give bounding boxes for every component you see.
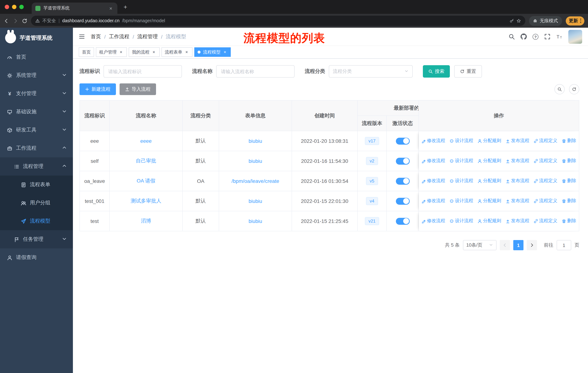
toggle-search-button[interactable] bbox=[555, 84, 565, 94]
page-size-select[interactable]: 10条/页 bbox=[463, 240, 496, 250]
action-edit-process[interactable]: 修改流程 bbox=[422, 138, 445, 144]
tag-tenant-management[interactable]: 租户管理 bbox=[96, 47, 127, 57]
next-page-button[interactable] bbox=[527, 240, 537, 250]
process-name-link[interactable]: 自己审批 bbox=[136, 158, 156, 163]
action-process-definition[interactable]: 流程定义 bbox=[534, 158, 557, 164]
process-name-link[interactable]: eeee bbox=[140, 138, 152, 144]
action-edit-process[interactable]: 修改流程 bbox=[422, 218, 445, 224]
process-category-select[interactable]: 流程分类 bbox=[329, 65, 413, 78]
form-info-link[interactable]: biubiu bbox=[249, 158, 262, 164]
action-assign-rule[interactable]: 分配规则 bbox=[478, 158, 501, 164]
tag-home[interactable]: 首页 bbox=[79, 47, 94, 57]
tag-my-process[interactable]: 我的流程 bbox=[129, 47, 160, 57]
process-name-link[interactable]: 测试多审批人 bbox=[131, 198, 161, 204]
action-publish-process[interactable]: 发布流程 bbox=[506, 138, 529, 144]
sidebar-item-task-management[interactable]: 任务管理 bbox=[0, 230, 73, 248]
sidebar-item-devtools[interactable]: 研发工具 bbox=[0, 121, 73, 139]
action-design-process[interactable]: 设计流程 bbox=[450, 158, 473, 164]
sidebar-item-system[interactable]: 系统管理 bbox=[0, 66, 73, 84]
tag-process-model[interactable]: 流程模型 bbox=[194, 47, 231, 57]
process-name-link[interactable]: OA 请假 bbox=[137, 178, 156, 184]
form-info-link[interactable]: biubiu bbox=[249, 138, 262, 144]
browser-menu-icon[interactable] bbox=[580, 19, 581, 23]
reload-button[interactable] bbox=[22, 18, 27, 23]
action-assign-rule[interactable]: 分配规则 bbox=[478, 218, 501, 224]
sidebar-item-infrastructure[interactable]: 基础设施 bbox=[0, 103, 73, 121]
action-publish-process[interactable]: 发布流程 bbox=[506, 198, 529, 204]
process-name-link[interactable]: 滔博 bbox=[141, 218, 151, 224]
action-delete[interactable]: 删除 bbox=[562, 158, 576, 164]
reset-button[interactable]: 重置 bbox=[454, 65, 482, 78]
sidebar-item-process-model[interactable]: 流程模型 bbox=[0, 212, 73, 230]
create-process-button[interactable]: 新建流程 bbox=[79, 83, 116, 95]
breadcrumb-workflow[interactable]: 工作流程 bbox=[109, 33, 129, 40]
sidebar-item-user-group[interactable]: 用户分组 bbox=[0, 194, 73, 212]
help-icon[interactable] bbox=[533, 34, 538, 40]
breadcrumb-process-management[interactable]: 流程管理 bbox=[137, 33, 158, 40]
tag-close-icon[interactable] bbox=[151, 50, 156, 55]
window-close-button[interactable] bbox=[5, 5, 9, 9]
tag-process-form[interactable]: 流程表单 bbox=[161, 47, 192, 57]
status-toggle[interactable] bbox=[396, 218, 410, 225]
sidebar-item-payment[interactable]: ¥ 支付管理 bbox=[0, 84, 73, 103]
action-process-definition[interactable]: 流程定义 bbox=[534, 218, 557, 224]
new-tab-button[interactable] bbox=[121, 3, 130, 12]
form-info-link[interactable]: /bpm/oa/leave/create bbox=[231, 178, 279, 184]
action-delete[interactable]: 删除 bbox=[562, 138, 576, 144]
action-delete[interactable]: 删除 bbox=[562, 198, 576, 204]
process-name-input[interactable] bbox=[216, 65, 294, 78]
action-design-process[interactable]: 设计流程 bbox=[450, 218, 473, 224]
action-delete[interactable]: 删除 bbox=[562, 178, 576, 184]
action-design-process[interactable]: 设计流程 bbox=[450, 198, 473, 204]
process-code-input[interactable] bbox=[104, 65, 182, 78]
page-number-1[interactable]: 1 bbox=[513, 240, 524, 250]
action-edit-process[interactable]: 修改流程 bbox=[422, 158, 445, 164]
status-toggle[interactable] bbox=[396, 178, 410, 184]
sidebar-item-process-form[interactable]: 流程表单 bbox=[0, 176, 73, 194]
font-size-icon[interactable]: TT bbox=[556, 33, 562, 40]
tag-close-icon[interactable] bbox=[184, 50, 189, 55]
form-info-link[interactable]: biubiu bbox=[249, 198, 262, 204]
sidebar-item-workflow[interactable]: 工作流程 bbox=[0, 139, 73, 157]
action-publish-process[interactable]: 发布流程 bbox=[506, 158, 529, 164]
refresh-table-button[interactable] bbox=[569, 84, 579, 94]
github-icon[interactable] bbox=[521, 33, 527, 40]
action-assign-rule[interactable]: 分配规则 bbox=[478, 198, 501, 204]
browser-tab[interactable]: 芋道管理系统 bbox=[32, 2, 117, 14]
action-publish-process[interactable]: 发布流程 bbox=[506, 218, 529, 224]
bookmark-star-icon[interactable] bbox=[516, 19, 521, 23]
action-assign-rule[interactable]: 分配规则 bbox=[478, 138, 501, 144]
address-bar[interactable]: 不安全 | dashboard.yudao.iocoder.cn/bpm/man… bbox=[31, 16, 525, 26]
window-zoom-button[interactable] bbox=[19, 5, 24, 9]
sidebar-item-leave-query[interactable]: 请假查询 bbox=[0, 248, 73, 267]
search-button[interactable]: 搜索 bbox=[423, 65, 450, 78]
action-design-process[interactable]: 设计流程 bbox=[450, 178, 473, 184]
goto-page-input[interactable] bbox=[557, 240, 571, 250]
update-button[interactable]: 更新 bbox=[566, 16, 584, 25]
prev-page-button[interactable] bbox=[500, 240, 510, 250]
tab-close-icon[interactable] bbox=[108, 5, 114, 11]
sidebar-item-home[interactable]: 首页 bbox=[0, 48, 73, 66]
action-process-definition[interactable]: 流程定义 bbox=[534, 178, 557, 184]
action-publish-process[interactable]: 发布流程 bbox=[506, 178, 529, 184]
tag-close-icon[interactable] bbox=[222, 50, 228, 55]
import-process-button[interactable]: 导入流程 bbox=[120, 83, 156, 95]
user-avatar[interactable] bbox=[568, 30, 582, 43]
back-button[interactable] bbox=[4, 18, 9, 23]
tag-close-icon[interactable] bbox=[118, 50, 124, 55]
form-info-link[interactable]: biubiu bbox=[249, 218, 262, 224]
action-design-process[interactable]: 设计流程 bbox=[450, 138, 473, 144]
action-edit-process[interactable]: 修改流程 bbox=[422, 178, 445, 184]
action-process-definition[interactable]: 流程定义 bbox=[534, 198, 557, 204]
action-assign-rule[interactable]: 分配规则 bbox=[478, 178, 501, 184]
status-toggle[interactable] bbox=[396, 138, 410, 144]
forward-button[interactable] bbox=[13, 18, 18, 23]
window-minimize-button[interactable] bbox=[12, 5, 16, 9]
action-process-definition[interactable]: 流程定义 bbox=[534, 138, 557, 144]
hamburger-icon[interactable] bbox=[79, 33, 85, 40]
fullscreen-icon[interactable] bbox=[544, 33, 550, 40]
key-icon[interactable] bbox=[509, 19, 514, 23]
breadcrumb-home[interactable]: 首页 bbox=[91, 33, 101, 40]
action-edit-process[interactable]: 修改流程 bbox=[422, 198, 445, 204]
status-toggle[interactable] bbox=[396, 158, 410, 164]
